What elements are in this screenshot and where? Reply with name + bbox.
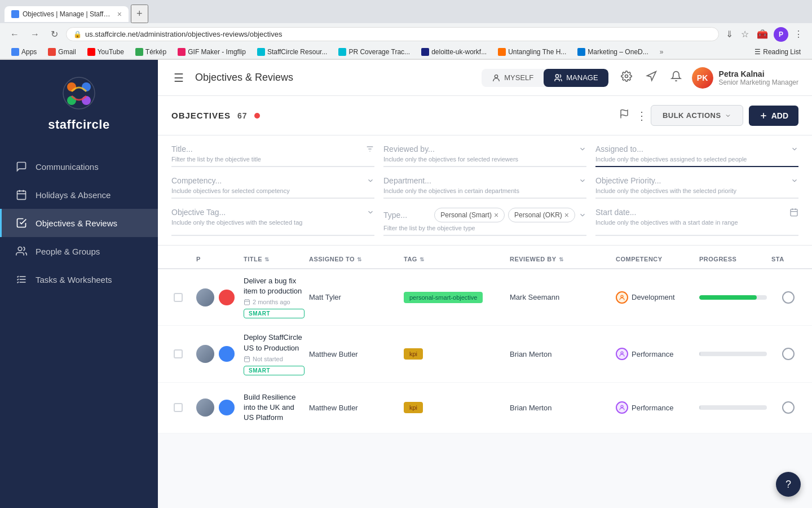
tag-sort-icon[interactable]: ⇅ <box>420 256 425 262</box>
row2-checkbox[interactable] <box>174 349 183 358</box>
row2-progress-bar <box>699 352 767 356</box>
personal-smart-remove-button[interactable]: × <box>494 211 498 220</box>
calendar-filter-icon[interactable] <box>789 208 798 217</box>
row2-user-avatar <box>196 345 214 363</box>
refresh-button[interactable]: ↻ <box>47 27 61 42</box>
active-tab[interactable]: Objectives | Manage | StaffCirc... × <box>5 6 129 22</box>
sidebar-item-holidays[interactable]: Holidays & Absence <box>0 181 158 209</box>
sidebar-item-tasks[interactable]: Tasks & Worksheets <box>0 265 158 294</box>
back-button[interactable]: ← <box>7 27 23 42</box>
url-input[interactable] <box>85 30 712 38</box>
row3-avatar-img <box>196 398 214 417</box>
table-row[interactable]: Deliver a bug fix item to production 2 m… <box>158 269 812 326</box>
row3-competency: Performance <box>616 401 695 414</box>
type-placeholder: Type... <box>383 211 407 220</box>
gmail-favicon <box>48 48 56 56</box>
extensions-icon[interactable]: 🧰 <box>754 27 770 42</box>
reviewed-sort-icon[interactable]: ⇅ <box>559 256 564 262</box>
tab-close-button[interactable]: × <box>117 10 122 19</box>
sidebar-item-communications[interactable]: Communications <box>0 152 158 181</box>
svg-point-14 <box>556 75 559 77</box>
competency-help: Include objectives for selected competen… <box>171 187 374 194</box>
app-layout: staffcircle Communications Holidays & Ab… <box>0 60 812 508</box>
announcement-button[interactable] <box>642 67 660 88</box>
profile-button[interactable]: P <box>774 27 788 42</box>
tag-chevron-icon[interactable] <box>367 208 374 216</box>
row2-competency-icon <box>616 348 628 360</box>
bookmark-untangling-label: Untangling The H... <box>508 48 566 56</box>
bookmark-untangling[interactable]: Untangling The H... <box>493 47 571 57</box>
row2-status-indicator <box>782 348 795 360</box>
assigned-sort-icon[interactable]: ⇅ <box>357 256 362 262</box>
reading-list-button[interactable]: ☰ Reading List <box>750 47 805 57</box>
menu-button[interactable]: ☰ <box>171 69 186 87</box>
department-chevron-icon[interactable] <box>579 177 586 185</box>
sidebar-item-people[interactable]: People & Groups <box>0 237 158 265</box>
title-sort-icon[interactable]: ⇅ <box>264 256 270 262</box>
row2-smart-badge: SMART <box>244 366 304 375</box>
bookmark-youtube[interactable]: YouTube <box>83 47 129 57</box>
bookmark-apps[interactable]: Apps <box>7 47 41 57</box>
address-bar[interactable]: 🔒 <box>66 27 719 41</box>
svg-point-9 <box>18 247 22 251</box>
new-tab-button[interactable]: + <box>131 5 148 23</box>
row1-competency-icon <box>616 291 628 304</box>
svg-point-30 <box>621 295 623 297</box>
bookmark-gif[interactable]: GIF Maker - Imgflip <box>173 47 250 57</box>
bookmark-icon[interactable]: ☆ <box>739 27 751 42</box>
competency-chevron-icon[interactable] <box>367 177 374 185</box>
avatar-initials: PK <box>692 67 713 89</box>
bookmark-deloitte[interactable]: deloitte-uk-workf... <box>417 47 491 57</box>
bookmark-marketing[interactable]: Marketing – OneD... <box>573 47 652 57</box>
assigned-to-chevron-icon[interactable] <box>791 145 798 153</box>
help-fab-button[interactable]: ? <box>776 472 801 497</box>
priority-chevron-icon[interactable] <box>791 177 798 185</box>
row3-checkbox[interactable] <box>174 403 183 412</box>
bookmark-gif-label: GIF Maker - Imgflip <box>188 48 246 56</box>
svg-point-36 <box>621 405 623 408</box>
flag-button[interactable] <box>616 106 633 125</box>
row2-tag: kpi <box>404 348 423 360</box>
type-chevron-icon[interactable] <box>579 211 586 219</box>
forward-button[interactable]: → <box>27 27 43 42</box>
personal-okr-tag: Personal (OKR) × <box>508 208 575 222</box>
row2-competency-name: Performance <box>632 350 673 358</box>
bookmarks-more-button[interactable]: » <box>657 47 666 57</box>
row1-progress-bar <box>699 295 767 300</box>
add-label: ADD <box>771 111 788 120</box>
row1-status-cell <box>771 291 805 304</box>
col-header-status: STA <box>771 256 805 262</box>
personal-okr-remove-button[interactable]: × <box>564 211 569 220</box>
reviewed-by-chevron-icon[interactable] <box>579 145 586 153</box>
col-header-p: P <box>196 256 214 262</box>
notifications-button[interactable] <box>667 67 685 88</box>
menu-icon[interactable]: ⋮ <box>792 27 805 42</box>
bookmark-staffcircle-label: StaffCircle Resour... <box>267 48 328 56</box>
bookmark-gmail-label: Gmail <box>58 48 76 56</box>
row1-progress-fill <box>699 295 757 300</box>
bulk-actions-button[interactable]: BULK ACTIONS <box>651 105 743 126</box>
more-options-button[interactable]: ⋮ <box>633 106 651 126</box>
row2-progress-fill <box>699 352 700 356</box>
row1-checkbox[interactable] <box>174 293 183 302</box>
settings-button[interactable] <box>617 67 636 88</box>
manage-mode-button[interactable]: MANAGE <box>544 69 608 87</box>
bookmark-terkep[interactable]: Térkép <box>131 47 171 57</box>
table-row[interactable]: Deploy StaffCircle US to Production Not … <box>158 326 812 382</box>
personal-smart-tag: Personal (Smart) × <box>434 208 505 222</box>
bookmark-gmail[interactable]: Gmail <box>43 47 80 57</box>
group-icon <box>554 73 563 82</box>
bookmark-staffcircle[interactable]: StaffCircle Resour... <box>253 47 332 57</box>
bookmark-pr[interactable]: PR Coverage Trac... <box>334 47 414 57</box>
download-icon[interactable]: ⇓ <box>723 27 735 42</box>
filter-icon[interactable] <box>365 144 374 154</box>
table-row[interactable]: Build Resilience into the UK and US Plat… <box>158 383 812 433</box>
myself-mode-button[interactable]: MYSELF <box>482 69 544 87</box>
add-button[interactable]: ADD <box>749 106 798 126</box>
row2-reviewed: Brian Merton <box>510 350 611 358</box>
tasks-icon <box>15 273 28 286</box>
sidebar-item-objectives[interactable]: Objectives & Reviews <box>0 209 158 237</box>
col-header-progress: PROGRESS <box>699 256 767 262</box>
chevron-down-icon <box>725 112 731 119</box>
bulk-actions-label: BULK ACTIONS <box>663 111 721 120</box>
